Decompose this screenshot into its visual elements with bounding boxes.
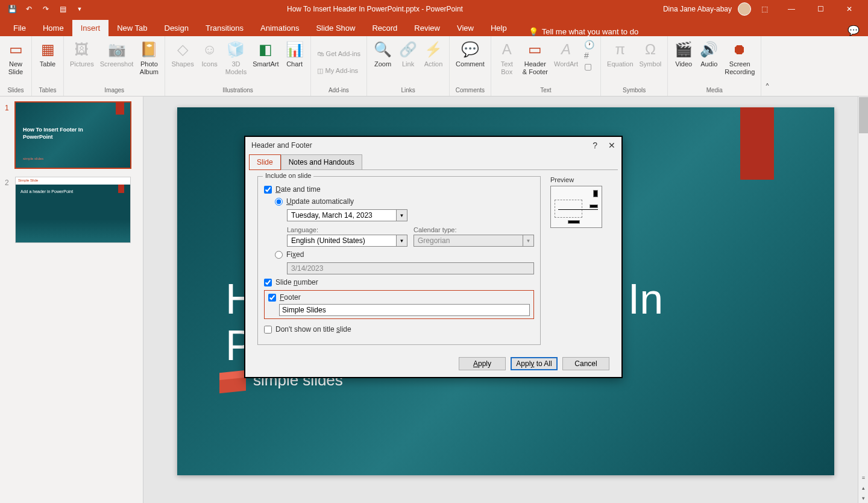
help-icon[interactable]: ?	[593, 141, 597, 150]
footer-label[interactable]: Footer	[280, 293, 301, 302]
tab-slide[interactable]: Slide	[249, 154, 281, 170]
slide-number-checkbox[interactable]	[264, 279, 272, 286]
photo-album-button[interactable]: 📔 Photo Album	[137, 39, 161, 77]
zoom-icon: 🔍	[373, 40, 392, 59]
tab-help[interactable]: Help	[482, 20, 515, 36]
save-icon[interactable]: 💾	[5, 2, 19, 16]
dont-show-checkbox[interactable]	[264, 326, 272, 334]
tab-record[interactable]: Record	[363, 20, 406, 36]
cancel-button[interactable]: Cancel	[562, 357, 609, 370]
date-time-checkbox[interactable]	[264, 186, 272, 194]
comment-button[interactable]: 💬Comment	[453, 39, 487, 69]
tab-newtab[interactable]: New Tab	[108, 20, 156, 36]
tab-transitions[interactable]: Transitions	[197, 20, 252, 36]
document-title: How To Insert Header In PowerPoint.pptx …	[92, 5, 658, 13]
preview-label: Preview	[550, 176, 609, 183]
scroll-line-up-icon[interactable]: ≡	[858, 472, 868, 482]
tab-home[interactable]: Home	[34, 20, 72, 36]
screen-recording-button[interactable]: ⏺Screen Recording	[722, 39, 757, 77]
close-dialog-icon[interactable]: ✕	[608, 141, 615, 150]
footer-highlight: Footer	[264, 290, 534, 319]
apply-label: Apply	[473, 359, 491, 368]
update-auto-label[interactable]: Update automatically	[286, 197, 354, 206]
audio-button[interactable]: 🔊Audio	[697, 39, 721, 69]
slide-thumbnail-2[interactable]: Simple Slide Add a header in PowerPoint	[16, 177, 130, 242]
apply-to-all-button[interactable]: Apply to All	[511, 357, 558, 370]
collapse-ribbon-icon[interactable]: ˄	[761, 36, 773, 96]
dropdown-icon[interactable]: ▼	[396, 210, 407, 221]
thumb-1-title: How To Insert Footer In PowerPoint	[23, 127, 95, 141]
tab-notes-handouts[interactable]: Notes and Handouts	[281, 154, 362, 170]
wordart-icon: A	[556, 40, 576, 59]
pictures-button: 🖼 Pictures	[68, 39, 96, 69]
tab-review[interactable]: Review	[406, 20, 448, 36]
next-slide-icon[interactable]: ▾	[858, 493, 868, 503]
dropdown-icon[interactable]: ▼	[396, 235, 407, 246]
apply-button[interactable]: Apply	[459, 357, 506, 370]
share-icon[interactable]: 💬	[839, 25, 868, 36]
chart-button[interactable]: 📊Chart	[283, 39, 307, 69]
footer-row: Footer	[268, 293, 530, 302]
slide-number-label[interactable]: Slide number	[275, 278, 318, 286]
date-time-label[interactable]: Date and time	[275, 185, 321, 194]
wordart-label: WordArt	[554, 60, 578, 68]
footer-text-input[interactable]	[279, 304, 530, 316]
tab-animations[interactable]: Animations	[252, 20, 307, 36]
tab-design[interactable]: Design	[156, 20, 197, 36]
date-time-small-icon[interactable]: 🕐	[584, 40, 594, 49]
redo-icon[interactable]: ↷	[39, 2, 53, 16]
tab-view[interactable]: View	[448, 20, 482, 36]
new-slide-button[interactable]: ▭ New Slide	[4, 39, 28, 77]
maximize-button[interactable]: ☐	[807, 0, 834, 18]
video-button[interactable]: 🎬Video	[671, 39, 696, 69]
textbox-icon: A	[497, 40, 517, 59]
get-addins-button: 🛍Get Add-ins	[315, 49, 363, 59]
prev-slide-icon[interactable]: ▴	[858, 482, 868, 493]
tell-me-search[interactable]: 💡 Tell me what you want to do	[521, 27, 646, 36]
slide-thumbnail-1[interactable]: How To Insert Footer In PowerPoint simpl…	[16, 103, 130, 168]
vertical-scrollbar[interactable]: ≡ ▴ ▾	[858, 96, 868, 503]
zoom-button[interactable]: 🔍Zoom	[371, 39, 395, 69]
group-label-tables: Tables	[36, 86, 60, 95]
footer-checkbox[interactable]	[268, 294, 276, 302]
close-button[interactable]: ✕	[835, 0, 863, 18]
group-label-comments: Comments	[453, 86, 487, 95]
user-avatar[interactable]	[738, 2, 751, 16]
object-small-icon[interactable]: ▢	[584, 62, 594, 71]
tab-slideshow[interactable]: Slide Show	[307, 20, 363, 36]
start-from-beginning-icon[interactable]: ▤	[55, 2, 70, 16]
3d-models-button: 🧊3D Models	[223, 39, 249, 77]
tab-insert[interactable]: Insert	[72, 20, 109, 36]
ribbon-display-icon[interactable]: ⬚	[757, 2, 772, 16]
dont-show-label[interactable]: Don't show on title slide	[275, 325, 351, 334]
date-format-select[interactable]: Tuesday, March 14, 2023 ▼	[287, 209, 407, 221]
group-label-media: Media	[671, 86, 757, 95]
slide-thumbnails-panel: 1 How To Insert Footer In PowerPoint sim…	[0, 96, 143, 503]
update-auto-row: Update automatically	[275, 197, 534, 206]
fixed-radio[interactable]	[275, 251, 283, 259]
symbol-label: Symbol	[640, 60, 662, 68]
smartart-button[interactable]: ◧SmartArt	[250, 39, 281, 69]
action-label: Action	[424, 60, 443, 68]
include-on-slide-group: Include on slide Date and time Update au…	[257, 176, 541, 345]
scroll-thumb[interactable]	[859, 97, 868, 133]
shapes-button: ◇Shapes	[169, 39, 196, 69]
fixed-label[interactable]: Fixed	[286, 250, 304, 259]
undo-icon[interactable]: ↶	[22, 2, 36, 16]
3d-models-icon: 🧊	[226, 40, 245, 59]
minimize-button[interactable]: —	[778, 0, 805, 18]
symbol-icon: Ω	[641, 40, 660, 59]
tell-me-label: Tell me what you want to do	[542, 27, 638, 36]
addins-icon: ◫	[317, 67, 323, 75]
link-button: 🔗Link	[396, 39, 420, 69]
fixed-row: Fixed	[275, 250, 534, 259]
group-label-text: Text	[495, 86, 597, 95]
table-button[interactable]: ▦ Table	[36, 39, 60, 69]
update-auto-radio[interactable]	[275, 198, 283, 206]
slide-number-small-icon[interactable]: #	[584, 51, 594, 60]
language-select[interactable]: English (United States) ▼	[287, 235, 407, 247]
qat-dropdown-icon[interactable]: ▼	[72, 2, 87, 16]
header-footer-button[interactable]: ▭Header & Footer	[520, 39, 550, 77]
calendar-label: Calendar type:	[414, 226, 534, 233]
tab-file[interactable]: File	[5, 20, 34, 36]
